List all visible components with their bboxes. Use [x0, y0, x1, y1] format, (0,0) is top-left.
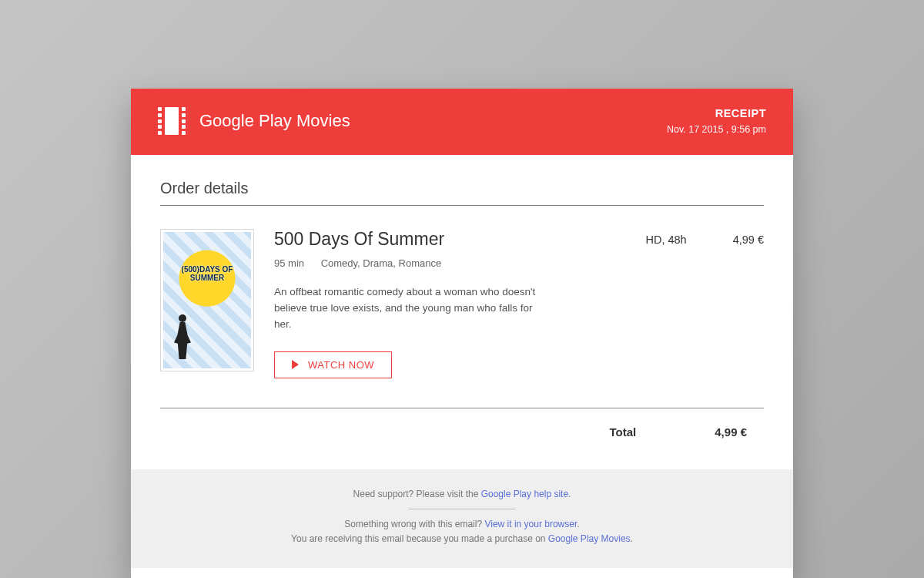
- receipt-meta: RECEIPT Nov. 17 2015 , 9:56 pm: [667, 107, 766, 135]
- price-column: HD, 48h 4,99 €: [645, 229, 764, 378]
- brand-name: Google Play Movies: [199, 111, 350, 131]
- film-icon: [158, 107, 186, 135]
- total-value: 4,99 €: [715, 425, 747, 439]
- movie-genres: Comedy, Drama, Romance: [321, 257, 442, 269]
- movie-poster: (500)DAYS OF SUMMER: [160, 229, 254, 371]
- item-info: 500 Days Of Summer 95 min Comedy, Drama,…: [274, 229, 625, 378]
- movie-meta: 95 min Comedy, Drama, Romance: [274, 257, 625, 269]
- support-suffix: .: [568, 489, 571, 499]
- why-line: You are receiving this email because you…: [154, 533, 770, 544]
- order-body: Order details (500)DAYS OF SUMMER 500 Da…: [131, 155, 793, 469]
- section-title: Order details: [160, 180, 764, 206]
- order-item: (500)DAYS OF SUMMER 500 Days Of Summer 9…: [160, 229, 764, 378]
- receipt-card: Google Play Movies RECEIPT Nov. 17 2015 …: [131, 89, 793, 578]
- support-link[interactable]: Google Play help site: [481, 489, 568, 499]
- view-browser-link[interactable]: View it in your browser: [484, 519, 577, 529]
- play-movies-link[interactable]: Google Play Movies: [548, 533, 631, 544]
- poster-text: (500)DAYS OF SUMMER: [163, 266, 251, 282]
- total-label: Total: [610, 425, 637, 439]
- wrong-suffix: .: [577, 519, 579, 529]
- support-line: Need support? Please visit the Google Pl…: [154, 489, 770, 499]
- watch-now-button[interactable]: WATCH NOW: [274, 351, 392, 378]
- total-row: Total 4,99 €: [160, 425, 764, 439]
- brand: Google Play Movies: [158, 107, 350, 135]
- receipt-label: RECEIPT: [667, 107, 766, 119]
- movie-title: 500 Days Of Summer: [274, 229, 625, 250]
- movie-description: An offbeat romantic comedy about a woman…: [274, 284, 551, 333]
- receipt-timestamp: Nov. 17 2015 , 9:56 pm: [667, 124, 766, 135]
- why-prefix: You are receiving this email because you…: [291, 533, 548, 544]
- movie-duration: 95 min: [274, 257, 304, 269]
- header: Google Play Movies RECEIPT Nov. 17 2015 …: [131, 89, 793, 155]
- item-price: 4,99 €: [733, 234, 764, 378]
- divider: [160, 408, 764, 408]
- why-suffix: .: [631, 533, 633, 544]
- play-icon: [292, 360, 299, 369]
- footer: Need support? Please visit the Google Pl…: [131, 469, 793, 568]
- wrong-prefix: Something wrong with this email?: [344, 519, 484, 529]
- watch-now-label: WATCH NOW: [308, 359, 374, 371]
- support-prefix: Need support? Please visit the: [353, 489, 481, 499]
- footer-separator: [408, 509, 516, 509]
- wrong-line: Something wrong with this email? View it…: [154, 519, 770, 529]
- item-quality: HD, 48h: [645, 234, 686, 378]
